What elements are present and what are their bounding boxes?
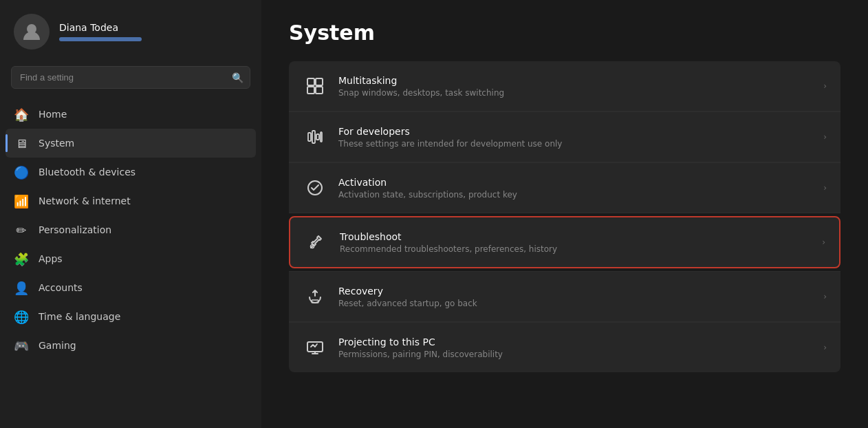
activation-title: Activation xyxy=(338,177,517,188)
chevron-right-icon: › xyxy=(823,343,827,352)
projecting-icon xyxy=(303,335,327,360)
developers-icon xyxy=(303,125,327,149)
search-box: 🔍 xyxy=(11,66,250,89)
troubleshoot-title: Troubleshoot xyxy=(340,231,557,242)
main-content: System Multitasking Snap windows, deskto… xyxy=(261,0,868,428)
developers-text: For developers These settings are intend… xyxy=(338,126,562,149)
svg-rect-8 xyxy=(321,132,322,142)
sidebar-item-apps[interactable]: 🧩 Apps xyxy=(6,244,256,273)
settings-item-troubleshoot[interactable]: Troubleshoot Recommended troubleshooters… xyxy=(289,216,840,268)
sidebar-item-bluetooth[interactable]: 🔵 Bluetooth & devices xyxy=(6,158,256,186)
chevron-right-icon: › xyxy=(822,237,825,247)
avatar xyxy=(14,14,50,50)
chevron-right-icon: › xyxy=(823,132,827,142)
projecting-title: Projecting to this PC xyxy=(338,336,503,347)
search-icon: 🔍 xyxy=(232,72,243,83)
sidebar-item-time[interactable]: 🌐 Time & language xyxy=(6,302,256,331)
sidebar-item-label: Accounts xyxy=(39,282,83,293)
page-title: System xyxy=(289,21,840,45)
projecting-text: Projecting to this PC Permissions, pairi… xyxy=(338,336,503,359)
activation-text: Activation Activation state, subscriptio… xyxy=(338,177,517,200)
network-icon: 📶 xyxy=(14,193,29,208)
chevron-right-icon: › xyxy=(823,183,827,193)
svg-rect-2 xyxy=(316,78,323,85)
accounts-icon: 👤 xyxy=(14,280,29,295)
sidebar-item-label: Home xyxy=(39,109,67,120)
sidebar-item-label: Time & language xyxy=(39,311,120,322)
apps-icon: 🧩 xyxy=(14,251,29,266)
sidebar-item-network[interactable]: 📶 Network & internet xyxy=(6,186,256,215)
personalization-icon: ✏️ xyxy=(14,222,29,237)
search-input[interactable] xyxy=(11,66,250,89)
sidebar-item-label: Personalization xyxy=(39,224,111,235)
recovery-desc: Reset, advanced startup, go back xyxy=(338,299,477,308)
svg-rect-5 xyxy=(308,133,311,141)
troubleshoot-icon xyxy=(304,230,329,255)
developers-title: For developers xyxy=(338,126,562,137)
sidebar-item-home[interactable]: 🏠 Home xyxy=(6,100,256,129)
svg-rect-6 xyxy=(312,131,315,143)
sidebar-item-accounts[interactable]: 👤 Accounts xyxy=(6,273,256,302)
activation-desc: Activation state, subscriptions, product… xyxy=(338,190,517,200)
user-progress-bar xyxy=(59,37,142,41)
chevron-right-icon: › xyxy=(823,292,827,301)
recovery-title: Recovery xyxy=(338,286,477,297)
chevron-right-icon: › xyxy=(823,81,827,91)
nav-list: 🏠 Home 🖥 System 🔵 Bluetooth & devices 📶 … xyxy=(0,97,261,428)
recovery-text: Recovery Reset, advanced startup, go bac… xyxy=(338,286,477,308)
recovery-icon xyxy=(303,284,327,309)
settings-item-recovery[interactable]: Recovery Reset, advanced startup, go bac… xyxy=(289,272,840,322)
multitasking-text: Multitasking Snap windows, desktops, tas… xyxy=(338,75,504,98)
sidebar-item-gaming[interactable]: 🎮 Gaming xyxy=(6,331,256,360)
settings-item-developers[interactable]: For developers These settings are intend… xyxy=(289,112,840,162)
svg-rect-11 xyxy=(312,300,318,303)
svg-rect-4 xyxy=(316,87,323,94)
multitasking-icon xyxy=(303,74,327,98)
settings-list: Multitasking Snap windows, desktops, tas… xyxy=(289,61,840,372)
sidebar-item-label: Network & internet xyxy=(39,195,131,206)
svg-rect-3 xyxy=(307,87,314,94)
settings-item-activation[interactable]: Activation Activation state, subscriptio… xyxy=(289,163,840,213)
svg-rect-1 xyxy=(307,78,314,85)
settings-item-multitasking[interactable]: Multitasking Snap windows, desktops, tas… xyxy=(289,61,840,111)
user-info: Diana Todea xyxy=(59,22,142,41)
user-name: Diana Todea xyxy=(59,22,142,33)
bluetooth-icon: 🔵 xyxy=(14,164,29,180)
user-profile[interactable]: Diana Todea xyxy=(0,0,261,61)
sidebar-item-personalization[interactable]: ✏️ Personalization xyxy=(6,215,256,244)
sidebar-item-label: System xyxy=(39,138,74,149)
troubleshoot-text: Troubleshoot Recommended troubleshooters… xyxy=(340,231,557,254)
settings-item-projecting[interactable]: Projecting to this PC Permissions, pairi… xyxy=(289,323,840,372)
sidebar-item-system[interactable]: 🖥 System xyxy=(6,129,256,158)
system-icon: 🖥 xyxy=(14,136,29,151)
time-icon: 🌐 xyxy=(14,309,29,324)
activation-icon xyxy=(303,175,327,200)
troubleshoot-desc: Recommended troubleshooters, preferences… xyxy=(340,244,557,254)
gaming-icon: 🎮 xyxy=(14,338,29,353)
projecting-desc: Permissions, pairing PIN, discoverabilit… xyxy=(338,350,503,359)
sidebar-item-label: Apps xyxy=(39,253,63,264)
svg-rect-7 xyxy=(316,134,319,140)
sidebar: Diana Todea 🔍 🏠 Home 🖥 System 🔵 Bluetoot… xyxy=(0,0,261,428)
home-icon: 🏠 xyxy=(14,107,29,122)
multitasking-title: Multitasking xyxy=(338,75,504,86)
developers-desc: These settings are intended for developm… xyxy=(338,139,562,149)
sidebar-item-label: Bluetooth & devices xyxy=(39,167,135,178)
sidebar-item-label: Gaming xyxy=(39,340,76,351)
multitasking-desc: Snap windows, desktops, task switching xyxy=(338,88,504,98)
